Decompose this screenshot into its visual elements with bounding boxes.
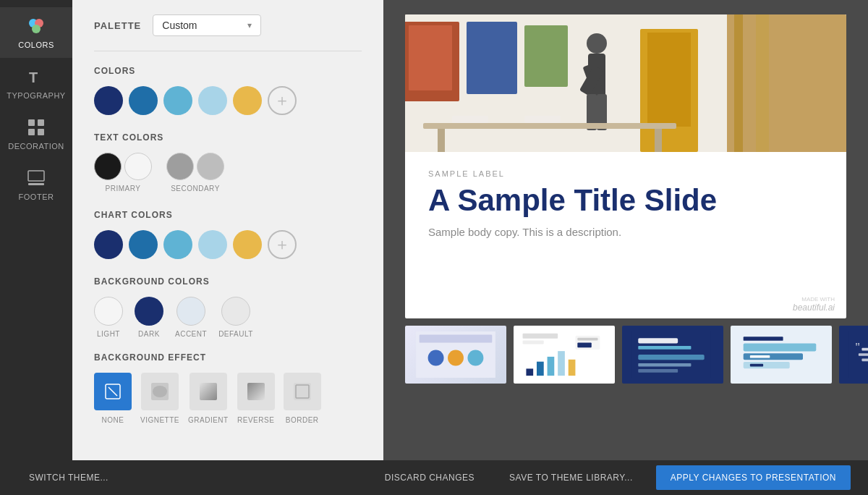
svg-rect-54: [569, 360, 576, 376]
add-color-button[interactable]: ＋: [268, 86, 297, 115]
chart-swatch-5[interactable]: [233, 230, 262, 259]
svg-rect-22: [734, 14, 743, 152]
slide-label: SAMPLE LABEL: [428, 169, 823, 178]
text-swatch-gray1[interactable]: [166, 153, 194, 180]
svg-rect-26: [647, 33, 691, 127]
svg-point-46: [467, 350, 483, 366]
chart-swatch-3[interactable]: [163, 230, 192, 259]
svg-rect-40: [452, 116, 488, 123]
palette-value: Custom: [162, 20, 197, 31]
bg-swatch-accent[interactable]: [176, 297, 205, 326]
svg-text:T: T: [29, 69, 38, 85]
svg-rect-65: [744, 337, 783, 340]
border-effect-icon: [292, 381, 312, 402]
effect-none-box[interactable]: [94, 373, 132, 410]
bg-swatch-dark[interactable]: [135, 297, 163, 326]
bg-swatch-light[interactable]: [94, 297, 123, 326]
slide-watermark: MADE WITH beautiful.ai: [405, 290, 846, 318]
effect-reverse[interactable]: REVERSE: [237, 373, 275, 424]
sidebar-item-label: DECORATION: [8, 142, 64, 151]
slide-thumbnail-5[interactable]: " ": [839, 326, 868, 384]
sidebar-item-colors[interactable]: COLORS: [0, 7, 72, 58]
svg-point-45: [448, 350, 464, 366]
text-color-secondary-label: SECONDARY: [171, 185, 220, 192]
effect-none-label: NONE: [102, 416, 124, 424]
text-swatch-black[interactable]: [94, 153, 122, 180]
text-swatch-gray2[interactable]: [197, 153, 224, 180]
svg-point-13: [153, 386, 167, 397]
text-swatch-white[interactable]: [124, 153, 152, 180]
color-swatch-5[interactable]: [233, 86, 262, 115]
chart-swatch-4[interactable]: [198, 230, 227, 259]
effect-vignette[interactable]: VIGNETTE: [140, 373, 179, 424]
svg-rect-15: [247, 383, 265, 400]
thumbnail-3-image: [628, 331, 715, 378]
none-effect-icon: [103, 381, 123, 402]
switch-theme-button[interactable]: SWITCH THEME...: [17, 467, 120, 488]
bottom-right-actions: DISCARD CHANGES SAVE TO THEME LIBRARY...…: [373, 465, 851, 490]
color-swatch-2[interactable]: [129, 86, 158, 115]
palette-select[interactable]: Custom ▾: [153, 14, 261, 36]
discard-changes-button[interactable]: DISCARD CHANGES: [373, 467, 486, 488]
slide-image: [405, 14, 846, 152]
thumbnail-1-image: [412, 331, 499, 378]
slide-main: SAMPLE LABEL A Sample Title Slide Sample…: [405, 14, 846, 318]
bg-label-light: LIGHT: [97, 330, 120, 338]
color-swatch-3[interactable]: [163, 86, 192, 115]
svg-rect-77: [861, 358, 868, 361]
slide-thumbnail-3[interactable]: [622, 326, 723, 384]
text-color-primary-pair: [94, 153, 152, 180]
slide-thumbnail-4[interactable]: [731, 326, 832, 384]
slide-thumbnail-2[interactable]: [514, 326, 615, 384]
slide-body: Sample body copy. This is a description.: [428, 226, 823, 238]
effect-none[interactable]: NONE: [94, 373, 132, 424]
footer-icon: [26, 168, 46, 188]
save-theme-button[interactable]: SAVE TO THEME LIBRARY...: [498, 467, 644, 488]
text-colors-row: PRIMARY SECONDARY: [94, 153, 362, 192]
chart-swatch-2[interactable]: [129, 230, 158, 259]
effect-border[interactable]: BORDER: [284, 373, 321, 424]
svg-point-2: [32, 25, 41, 33]
svg-rect-35: [467, 22, 517, 94]
svg-rect-8: [28, 171, 44, 181]
effect-vignette-box[interactable]: [141, 373, 179, 410]
divider: [94, 51, 362, 51]
slide-watermark-line1: MADE WITH: [417, 296, 835, 302]
effect-gradient[interactable]: GRADIENT: [188, 373, 229, 424]
color-swatch-1[interactable]: [94, 86, 123, 115]
svg-point-27: [587, 33, 607, 54]
svg-text:": ": [855, 340, 860, 354]
typography-icon: T: [26, 67, 46, 87]
svg-rect-59: [638, 338, 678, 343]
svg-rect-38: [438, 129, 445, 152]
text-color-primary-label: PRIMARY: [106, 185, 141, 192]
svg-rect-60: [638, 346, 691, 350]
sidebar: COLORS T TYPOGRAPHY DECORATION FOOTER: [0, 0, 72, 460]
effect-reverse-box[interactable]: [237, 373, 275, 410]
main-content: SAMPLE LABEL A Sample Title Slide Sample…: [383, 0, 868, 460]
svg-rect-23: [756, 14, 769, 152]
svg-rect-6: [28, 129, 35, 135]
slide-title-bold: Title Slide: [574, 183, 718, 217]
thumbnail-2-image: [518, 330, 605, 379]
effect-gradient-box[interactable]: [190, 373, 227, 410]
apply-changes-button[interactable]: APPLY CHANGES TO PRESENTATION: [656, 465, 851, 490]
chart-swatch-1[interactable]: [94, 230, 123, 259]
sidebar-item-typography[interactable]: T TYPOGRAPHY: [0, 58, 72, 109]
add-chart-color-button[interactable]: ＋: [268, 230, 297, 259]
text-color-primary-group: PRIMARY: [94, 153, 152, 192]
sidebar-item-decoration[interactable]: DECORATION: [0, 109, 72, 159]
slide-thumbnail-1[interactable]: [405, 326, 506, 384]
bg-effect-row: NONE VIGNETTE: [94, 373, 362, 424]
bg-swatch-default[interactable]: [221, 297, 250, 326]
effect-border-label: BORDER: [286, 416, 319, 424]
svg-rect-51: [537, 362, 544, 376]
thumbnail-5-image: " ": [845, 331, 868, 378]
sidebar-item-footer[interactable]: FOOTER: [0, 159, 72, 210]
text-color-secondary-group: SECONDARY: [166, 153, 224, 192]
bg-effect-section-title: BACKGROUND EFFECT: [94, 352, 362, 363]
svg-rect-69: [750, 355, 770, 358]
effect-border-box[interactable]: [284, 373, 321, 410]
color-swatch-4[interactable]: [198, 86, 227, 115]
sidebar-item-label: COLORS: [18, 41, 54, 49]
